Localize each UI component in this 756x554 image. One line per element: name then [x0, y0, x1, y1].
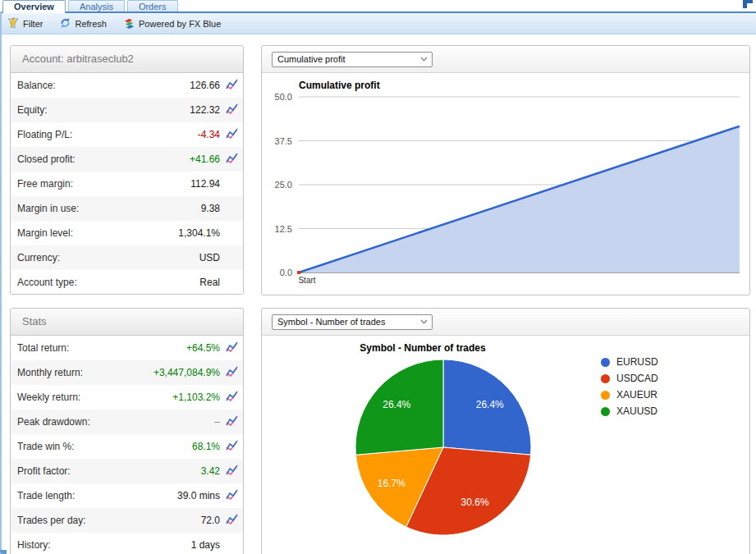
svg-text:26.4%: 26.4% — [383, 399, 410, 410]
pie-chart-select-value: Symbol - Number of trades — [277, 317, 385, 327]
mini-chart-icon[interactable] — [226, 440, 238, 453]
row-label: Equity: — [17, 104, 48, 116]
legend-label: EURUSD — [616, 356, 658, 368]
stats-panel: Stats Total return:+64.5%Monthly return:… — [10, 308, 244, 554]
table-row: History:1 days — [11, 533, 243, 554]
toolbar: Filter Refresh Powered by F — [0, 13, 756, 34]
mini-chart-icon[interactable] — [226, 514, 238, 527]
legend-item: XAUUSD — [601, 405, 658, 417]
legend-color-dot — [601, 358, 610, 367]
row-label: Floating P/L: — [17, 129, 72, 140]
tab-overview[interactable]: Overview — [2, 0, 66, 13]
mini-chart-icon[interactable] — [226, 79, 238, 92]
line-chart-select-value: Cumulative profit — [277, 54, 346, 64]
cumulative-profit-chart: 0.012.525.037.550.0Start — [262, 73, 749, 295]
row-icon-slot — [224, 489, 239, 502]
row-icon-slot — [224, 391, 239, 404]
mini-chart-icon[interactable] — [226, 153, 238, 166]
table-row: Closed profit:+41.66 — [11, 147, 243, 172]
table-row: Trade length:39.0 mins — [11, 483, 243, 508]
row-label: Margin level: — [17, 227, 73, 239]
row-value: +3,447,084.9% — [153, 367, 220, 378]
row-label: Closed profit: — [17, 153, 76, 165]
refresh-icon — [59, 17, 71, 30]
tab-orders[interactable]: Orders — [127, 0, 178, 11]
pie-chart-area: Symbol - Number of trades 26.4%30.6%16.7… — [262, 336, 749, 554]
mini-chart-icon[interactable] — [226, 391, 238, 404]
chevron-down-icon — [420, 57, 428, 62]
table-row: Account type:Real — [11, 270, 243, 295]
row-value: -4.34 — [198, 129, 220, 140]
row-label: Trade length: — [17, 490, 75, 501]
pie-chart-toolbar: Symbol - Number of trades — [262, 309, 749, 336]
table-row: Balance:126.66 — [11, 73, 243, 98]
tab-strip-underline — [2, 11, 756, 13]
legend-label: USDCAD — [616, 373, 658, 384]
row-value: 39.0 mins — [177, 490, 220, 501]
legend-color-dot — [601, 407, 610, 416]
row-value: 1,304.1% — [178, 227, 220, 239]
row-icon-slot — [224, 415, 239, 428]
chevron-down-icon — [420, 319, 428, 324]
mini-chart-icon[interactable] — [226, 341, 238, 355]
legend-item: EURUSD — [601, 356, 658, 368]
line-chart-toolbar: Cumulative profit — [262, 46, 749, 73]
powered-by-label: Powered by FX Blue — [139, 19, 221, 29]
tab-analysis[interactable]: Analysis — [68, 0, 125, 11]
table-row: Profit factor:3.42 — [11, 459, 243, 483]
legend-color-dot — [601, 391, 610, 400]
row-value: +41.66 — [190, 153, 220, 165]
row-value: +1,103.2% — [172, 391, 220, 403]
line-chart-panel: Cumulative profit Cumulative profit 0.01… — [261, 45, 750, 295]
row-value: Real — [199, 277, 220, 288]
row-value: 1 days — [191, 539, 220, 551]
mini-chart-icon[interactable] — [226, 366, 238, 379]
row-value: 112.94 — [190, 178, 220, 190]
filter-button[interactable]: Filter — [7, 17, 43, 30]
mini-chart-icon[interactable] — [226, 103, 238, 117]
fxblue-logo-icon — [123, 17, 135, 30]
stats-rows: Total return:+64.5%Monthly return:+3,447… — [11, 336, 243, 554]
row-label: Trade win %: — [17, 441, 75, 452]
row-icon-slot — [224, 440, 239, 453]
table-row: Peak drawdown:– — [11, 410, 243, 434]
row-label: Weekly return: — [17, 391, 80, 403]
pie-chart-panel: Symbol - Number of trades Symbol - Numbe… — [261, 308, 750, 554]
page: Overview Analysis Orders Filter — [0, 0, 756, 554]
row-value: 3.42 — [201, 465, 220, 477]
svg-text:50.0: 50.0 — [275, 92, 292, 102]
row-icon-slot — [224, 341, 239, 355]
row-value: 72.0 — [201, 515, 220, 526]
row-value: 126.66 — [190, 80, 220, 91]
legend-item: USDCAD — [601, 373, 658, 384]
table-row: Weekly return:+1,103.2% — [11, 385, 243, 410]
refresh-button[interactable]: Refresh — [59, 17, 107, 30]
account-rows: Balance:126.66Equity:122.32Floating P/L:… — [11, 73, 243, 295]
svg-text:12.5: 12.5 — [275, 224, 292, 234]
mini-chart-icon[interactable] — [226, 415, 238, 428]
row-value: – — [214, 416, 220, 428]
table-row: Floating P/L:-4.34 — [11, 122, 243, 147]
pie-chart-select[interactable]: Symbol - Number of trades — [272, 314, 433, 330]
legend-item: XAUEUR — [601, 389, 658, 401]
table-row: Currency:USD — [11, 245, 243, 270]
tab-strip: Overview Analysis Orders — [2, 0, 756, 13]
row-label: Profit factor: — [17, 465, 71, 477]
row-value: 68.1% — [192, 441, 220, 452]
svg-text:0.0: 0.0 — [280, 268, 292, 277]
line-chart-select[interactable]: Cumulative profit — [272, 52, 433, 67]
mini-chart-icon[interactable] — [226, 489, 238, 502]
row-icon-slot — [224, 79, 239, 92]
mini-chart-icon[interactable] — [226, 128, 238, 141]
mini-chart-icon[interactable] — [226, 465, 238, 478]
row-label: History: — [17, 539, 51, 551]
svg-text:30.6%: 30.6% — [461, 497, 489, 508]
powered-by-fxblue-link[interactable]: Powered by FX Blue — [123, 17, 221, 30]
row-label: Peak drawdown: — [17, 416, 90, 428]
table-row: Total return:+64.5% — [11, 336, 243, 360]
row-icon-slot — [224, 465, 239, 478]
legend-label: XAUEUR — [616, 389, 657, 401]
svg-text:Start: Start — [298, 276, 315, 285]
legend-color-dot — [601, 374, 610, 383]
row-label: Trades per day: — [17, 515, 86, 526]
